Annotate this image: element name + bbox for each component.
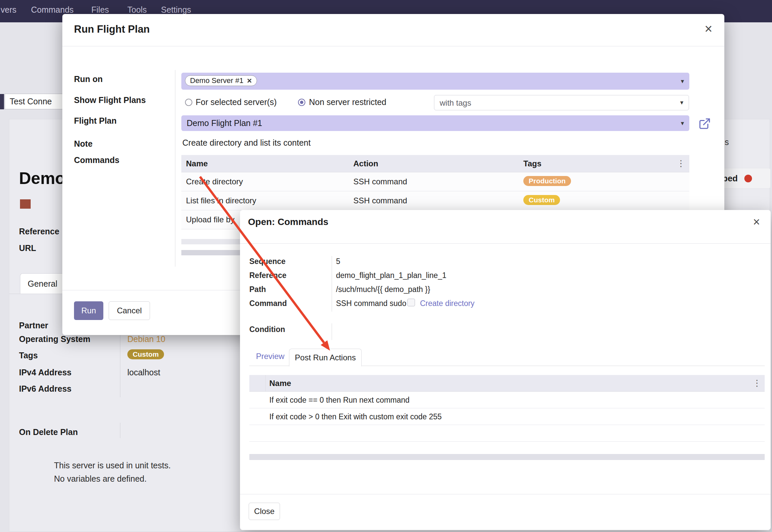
nav-item-servers[interactable]: vers [1, 0, 16, 19]
radio-selected-servers[interactable] [185, 99, 192, 106]
chevron-down-icon: ▾ [681, 77, 684, 85]
test-connection-button[interactable]: Test Conne [5, 94, 65, 109]
row-name: List files in directory [186, 196, 256, 205]
tab-preview[interactable]: Preview [256, 352, 284, 361]
show-flight-plans-label: Show Flight Plans [74, 95, 146, 105]
url-label: URL [19, 243, 36, 253]
modal-label-divider [175, 70, 175, 267]
flight-plan-caption: Create directory and list its content [182, 138, 311, 148]
commands-label: Commands [74, 155, 119, 165]
field-divider [332, 256, 332, 312]
ipv6-label: IPv6 Address [19, 384, 71, 394]
tags-badge: Custom [127, 349, 164, 359]
with-tags-select[interactable]: with tags ▾ [434, 95, 689, 110]
cancel-button[interactable]: Cancel [109, 301, 150, 320]
commands-modal-title: Open: Commands [248, 217, 328, 227]
color-swatch [20, 199, 31, 209]
condition-divider [332, 323, 332, 340]
reference-value: demo_flight_plan_1_plan_line_1 [336, 271, 446, 280]
tab-post-run-actions[interactable]: Post Run Actions [289, 349, 362, 366]
radio-selected-servers-label[interactable]: For selected server(s) [196, 97, 277, 107]
tags-label: Tags [19, 351, 38, 360]
table-row[interactable]: If exit code > 0 then Exit with custom e… [249, 408, 765, 425]
flight-plan-value: Demo Flight Plan #1 [187, 118, 262, 128]
on-delete-plan-label: On Delete Plan [19, 427, 78, 437]
os-value[interactable]: Debian 10 [127, 334, 165, 344]
chip-remove-icon[interactable]: ✕ [247, 77, 252, 85]
os-label: Operating System [19, 334, 90, 344]
col-action[interactable]: Action [353, 159, 378, 168]
with-tags-value: with tags [440, 98, 471, 108]
reference-label: Reference [249, 271, 286, 280]
row-action: SSH command [353, 177, 407, 186]
command-checkbox[interactable] [407, 299, 415, 306]
form-divider-2 [120, 423, 120, 438]
run-modal-title: Run Flight Plan [74, 23, 150, 35]
post-run-actions-table: Name ⋮ If exit code == 0 then Run next c… [249, 375, 765, 442]
chevron-down-icon: ▾ [681, 119, 684, 127]
unit-test-note-line2: No variables are defined. [54, 474, 147, 484]
col-name[interactable]: Name [186, 159, 208, 168]
table-row[interactable]: If exit code == 0 then Run next command [249, 392, 765, 408]
external-link-icon[interactable] [698, 117, 711, 130]
commands-table-header: Name Action Tags ⋮ [181, 155, 689, 172]
flight-plan-select[interactable]: Demo Flight Plan #1 ▾ [181, 115, 689, 131]
server-chip-label: Demo Server #1 [190, 76, 243, 85]
radio-non-server-restricted[interactable] [298, 99, 305, 106]
table-options-icon[interactable]: ⋮ [677, 158, 685, 169]
run-modal-close-icon[interactable]: × [705, 22, 712, 35]
table-scrollbar[interactable] [249, 454, 765, 460]
tab-general[interactable]: General [20, 273, 67, 294]
header-col-divider [265, 375, 266, 392]
chevron-down-icon: ▾ [680, 99, 683, 106]
table-row-empty [249, 425, 765, 442]
flight-plan-label: Flight Plan [74, 116, 117, 126]
ipv4-label: IPv4 Address [19, 368, 71, 377]
commands-modal-close-icon[interactable]: × [753, 215, 760, 229]
create-directory-link[interactable]: Create directory [420, 299, 475, 308]
run-modal-header-divider [62, 46, 724, 46]
path-label: Path [249, 285, 266, 294]
post-run-table-header: Name ⋮ [249, 375, 765, 392]
row-name: Create directory [186, 177, 243, 186]
row-tag-badge: Production [523, 176, 571, 186]
tab-general-label: General [28, 279, 57, 289]
sequence-value: 5 [336, 257, 340, 266]
col-tags[interactable]: Tags [523, 159, 541, 168]
row-name: If exit code > 0 then Exit with custom e… [269, 412, 442, 421]
open-commands-modal: Open: Commands × Sequence 5 Reference de… [240, 210, 771, 530]
note-label: Note [74, 139, 93, 149]
close-button[interactable]: Close [249, 503, 280, 520]
row-action: SSH command [353, 196, 407, 205]
table-row[interactable]: Create directory SSH command Production [181, 172, 689, 191]
col-name[interactable]: Name [269, 379, 291, 388]
commands-modal-footer-divider [240, 494, 771, 494]
row-name: If exit code == 0 then Run next command [269, 396, 410, 405]
radio-non-server-restricted-label[interactable]: Non server restricted [309, 97, 386, 107]
condition-label: Condition [249, 325, 285, 334]
run-button[interactable]: Run [74, 301, 103, 320]
unit-test-note-line1: This server is used in unit tests. [54, 461, 171, 470]
commands-modal-header-divider [240, 243, 771, 244]
command-label: Command [249, 299, 287, 308]
tabbar-line [9, 294, 67, 294]
server-heading: Demo [19, 169, 65, 188]
status-label: ped [722, 173, 738, 184]
row-name: Upload file by [186, 215, 234, 224]
status-stopped-dot [744, 175, 752, 182]
command-value: SSH command sudo [336, 299, 406, 308]
run-on-label: Run on [74, 74, 103, 84]
partner-label: Partner [19, 321, 48, 330]
run-on-field[interactable]: Demo Server #1 ✕ ▾ [181, 73, 689, 90]
cut-button[interactable] [0, 94, 4, 109]
ipv4-value: localhost [127, 368, 160, 377]
reference-label: Reference [19, 227, 59, 236]
server-chip[interactable]: Demo Server #1 ✕ [185, 75, 257, 86]
table-row[interactable]: List files in directory SSH command Cust… [181, 191, 689, 210]
table-options-icon[interactable]: ⋮ [753, 378, 761, 388]
path-value: /such/much/{{ demo_path }} [336, 285, 430, 294]
sequence-label: Sequence [249, 257, 286, 266]
row-tag-badge: Custom [523, 195, 560, 205]
